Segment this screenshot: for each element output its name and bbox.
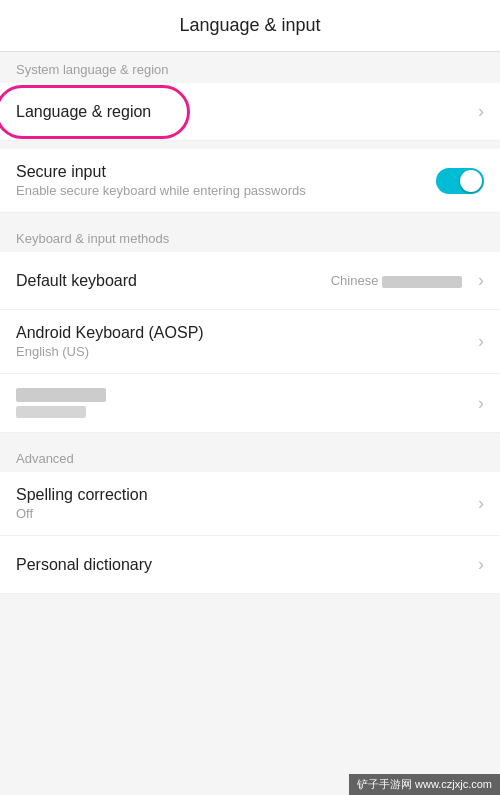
section-label-advanced: Advanced xyxy=(0,441,500,472)
section-label-keyboard: Keyboard & input methods xyxy=(0,221,500,252)
spelling-correction-subtitle: Off xyxy=(16,506,470,521)
personal-dictionary-item[interactable]: Personal dictionary › xyxy=(0,536,500,594)
language-region-content: Language & region xyxy=(16,103,470,121)
header-title: Language & input xyxy=(179,15,320,36)
blurred-title-row xyxy=(16,388,470,402)
secure-input-toggle[interactable] xyxy=(436,168,484,194)
default-keyboard-title: Default keyboard xyxy=(16,272,331,290)
default-keyboard-item[interactable]: Default keyboard Chinese › xyxy=(0,252,500,310)
default-keyboard-right: Chinese › xyxy=(331,270,484,291)
spelling-correction-chevron: › xyxy=(478,493,484,514)
spelling-correction-item[interactable]: Spelling correction Off › xyxy=(0,472,500,536)
blurred-subtitle-row xyxy=(16,406,470,418)
secure-input-toggle-container xyxy=(436,168,484,194)
android-keyboard-item[interactable]: Android Keyboard (AOSP) English (US) › xyxy=(0,310,500,374)
language-region-item[interactable]: Language & region › xyxy=(0,83,500,141)
default-keyboard-chevron: › xyxy=(478,270,484,291)
blurred-keyboard-content xyxy=(16,388,470,418)
app-header: Language & input xyxy=(0,0,500,52)
personal-dictionary-content: Personal dictionary xyxy=(16,556,470,574)
android-keyboard-title: Android Keyboard (AOSP) xyxy=(16,324,470,342)
spelling-correction-content: Spelling correction Off xyxy=(16,486,470,521)
default-keyboard-value: Chinese xyxy=(331,273,462,288)
default-keyboard-content: Default keyboard xyxy=(16,272,331,290)
watermark: 铲子手游网 www.czjxjc.com xyxy=(349,774,500,795)
spelling-correction-title: Spelling correction xyxy=(16,486,470,504)
divider-3 xyxy=(0,433,500,441)
language-region-title: Language & region xyxy=(16,103,470,121)
android-keyboard-subtitle: English (US) xyxy=(16,344,470,359)
android-keyboard-chevron: › xyxy=(478,331,484,352)
blurred-keyboard-chevron: › xyxy=(478,393,484,414)
blurred-title-block xyxy=(16,388,106,402)
blurred-keyboard-item[interactable]: › xyxy=(0,374,500,433)
secure-input-content: Secure input Enable secure keyboard whil… xyxy=(16,163,436,198)
personal-dictionary-title: Personal dictionary xyxy=(16,556,470,574)
default-keyboard-blurred xyxy=(382,276,462,288)
divider-2 xyxy=(0,213,500,221)
blurred-subtitle-block xyxy=(16,406,86,418)
android-keyboard-content: Android Keyboard (AOSP) English (US) xyxy=(16,324,470,359)
personal-dictionary-chevron: › xyxy=(478,554,484,575)
section-label-system: System language & region xyxy=(0,52,500,83)
language-region-chevron: › xyxy=(478,101,484,122)
secure-input-subtitle: Enable secure keyboard while entering pa… xyxy=(16,183,436,198)
secure-input-title: Secure input xyxy=(16,163,436,181)
secure-input-item[interactable]: Secure input Enable secure keyboard whil… xyxy=(0,149,500,213)
divider-1 xyxy=(0,141,500,149)
toggle-thumb xyxy=(460,170,482,192)
